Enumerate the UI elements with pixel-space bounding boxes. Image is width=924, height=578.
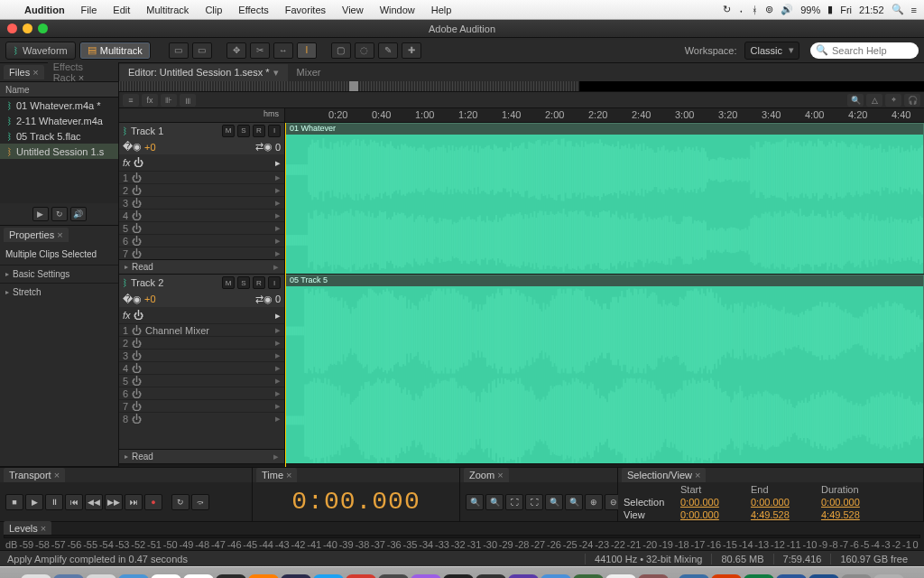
editor-tab[interactable]: Editor: Untitled Session 1.sesx *▾ — [119, 64, 288, 81]
view-start-value[interactable]: 0:00.000 — [680, 509, 744, 520]
zoom-in-v-button[interactable]: 🔍 — [545, 494, 563, 510]
zoom-in-h-button[interactable]: 🔍 — [466, 494, 484, 510]
fx-slot[interactable]: 3⏻▸ — [119, 349, 284, 361]
waveform-mode-button[interactable]: ⧘Waveform — [5, 42, 76, 60]
selection-end-value[interactable]: 0:00.000 — [751, 497, 814, 508]
fx-slot[interactable]: 4⏻▸ — [119, 361, 284, 374]
autoplay-button[interactable]: 🔊 — [70, 207, 87, 221]
spotlight-icon[interactable]: 🔍 — [892, 4, 904, 15]
dock-app-icon[interactable]: 🔗 — [573, 574, 604, 578]
time-display[interactable]: 0:00.000 — [258, 488, 454, 516]
wifi-icon[interactable]: ⊚ — [765, 4, 773, 15]
track-volume[interactable]: +0 — [144, 142, 156, 153]
dock-app-icon[interactable]: 😀 — [21, 574, 51, 578]
inputs-icon[interactable]: ≡ — [123, 94, 139, 107]
menu-effects[interactable]: Effects — [230, 5, 276, 15]
zoom-out-v-button[interactable]: 🔍 — [565, 494, 583, 510]
selection-duration-value[interactable]: 0:00.000 — [821, 497, 884, 508]
dock-app-icon[interactable]: 🎬 — [476, 574, 506, 578]
marquee-tool-icon[interactable]: ▢ — [331, 42, 351, 59]
record-button[interactable]: ● — [144, 494, 162, 510]
dock-app-icon[interactable]: 🗂 — [183, 574, 214, 578]
pause-button[interactable]: ⏸ — [45, 494, 63, 510]
fx-slot[interactable]: 5⏻▸ — [119, 221, 284, 234]
dock-app-icon[interactable]: ⌘ — [216, 574, 246, 578]
levels-meter[interactable] — [4, 535, 920, 538]
workspace-dropdown[interactable]: Classic — [744, 42, 799, 60]
track-lane[interactable]: 05 Track 5 — [285, 275, 924, 463]
play-button[interactable]: ▶ — [25, 494, 43, 510]
automation-mode[interactable]: Read▸ — [119, 449, 284, 463]
menu-file[interactable]: File — [73, 5, 106, 15]
dock-app-icon[interactable]: ★ — [443, 574, 474, 578]
stop-button[interactable]: ■ — [5, 494, 23, 510]
view-end-value[interactable]: 4:49.528 — [751, 509, 814, 520]
mute-button[interactable]: M — [222, 276, 235, 289]
goto-end-button[interactable]: ⏭ — [125, 494, 143, 510]
zoom-sel-button[interactable]: ⛶ — [525, 494, 543, 510]
fx-slot[interactable]: 6⏻▸ — [119, 234, 284, 247]
fx-slot[interactable]: 7⏻▸ — [119, 399, 284, 412]
fx-slot[interactable]: 2⏻▸ — [119, 183, 284, 196]
mixer-tab[interactable]: Mixer — [288, 64, 330, 80]
fx-slot[interactable]: 3⏻▸ — [119, 196, 284, 209]
skip-selection-button[interactable]: ⤼ — [191, 494, 209, 510]
dock-app-icon[interactable]: ✉️ — [86, 574, 116, 578]
search-tracks-icon[interactable]: 🔍 — [847, 94, 864, 107]
tool-pitch-icon[interactable]: ▭ — [192, 42, 212, 59]
sync-icon[interactable]: ↻ — [723, 4, 731, 15]
view-duration-value[interactable]: 4:49.528 — [821, 509, 884, 520]
fx-slot[interactable]: 6⏻▸ — [119, 387, 284, 399]
monitor-button[interactable]: I — [268, 276, 281, 289]
minimize-window-button[interactable] — [23, 23, 32, 33]
fx-icon[interactable]: fx — [142, 94, 158, 107]
zoom-in-point-button[interactable]: ⊕ — [585, 494, 603, 510]
time-selection-tool-icon[interactable]: I — [297, 42, 317, 59]
dock-app-icon[interactable]: P — [711, 574, 742, 578]
automation-mode[interactable]: Read▸ — [119, 259, 284, 274]
app-menu[interactable]: Audition — [16, 5, 73, 15]
slip-tool-icon[interactable]: ↔ — [273, 42, 293, 59]
rewind-button[interactable]: ◀◀ — [85, 494, 103, 510]
dock-app-icon[interactable]: 🧭 — [53, 574, 84, 578]
menu-window[interactable]: Window — [372, 5, 423, 15]
transport-panel-tab[interactable]: Transport× — [4, 468, 65, 482]
dock-app-icon[interactable]: 🎞 — [508, 574, 539, 578]
track-lane[interactable]: 01 Whatever — [285, 123, 924, 274]
timeline-ruler[interactable]: hms 0:200:401:001:201:402:002:202:403:00… — [119, 108, 924, 123]
solo-button[interactable]: S — [237, 125, 250, 137]
zoom-window-button[interactable] — [38, 23, 48, 33]
notifications-icon[interactable]: ≡ — [911, 5, 917, 15]
dock-app-icon[interactable]: Au — [281, 574, 311, 578]
dock-app-icon[interactable]: 📧 — [118, 574, 149, 578]
clock-time[interactable]: 21:52 — [859, 5, 884, 15]
monitor-icon[interactable]: 🎧 — [904, 94, 920, 107]
zoom-panel-tab[interactable]: Zoom× — [464, 468, 509, 482]
zoom-full-button[interactable]: ⛶ — [505, 494, 523, 510]
volume-icon[interactable]: 🔊 — [781, 4, 793, 15]
dock-app-icon[interactable]: 🅰 — [346, 574, 376, 578]
menu-view[interactable]: View — [334, 5, 372, 15]
files-name-column[interactable]: Name — [0, 81, 118, 98]
file-row[interactable]: ⧘2-11 Whatever.m4a — [0, 113, 118, 128]
track-name[interactable]: Track 1 — [131, 126, 219, 136]
dock-app-icon[interactable]: 🗑 — [873, 574, 904, 578]
clock-day[interactable]: Fri — [840, 5, 852, 15]
dock-app-icon[interactable]: 🎛 — [378, 574, 409, 578]
dropbox-icon[interactable]: ⬪ — [738, 5, 744, 15]
brush-tool-icon[interactable]: ✎ — [378, 42, 398, 59]
menu-help[interactable]: Help — [423, 5, 460, 15]
solo-button[interactable]: S — [237, 276, 250, 289]
fx-slot[interactable]: 5⏻▸ — [119, 374, 284, 387]
dock-app-icon[interactable]: C — [808, 574, 839, 578]
fx-slot[interactable]: 1⏻▸ — [119, 171, 284, 183]
time-panel-tab[interactable]: Time× — [256, 468, 297, 482]
file-row[interactable]: ⧘01 Whatever.m4a * — [0, 98, 118, 113]
levels-panel-tab[interactable]: Levels× — [4, 521, 51, 536]
dock-app-icon[interactable]: X — [744, 574, 774, 578]
track-name[interactable]: Track 2 — [131, 277, 219, 288]
arm-record-button[interactable]: R — [253, 276, 265, 289]
play-file-button[interactable]: ▶ — [32, 207, 49, 221]
selection-view-panel-tab[interactable]: Selection/View× — [622, 468, 706, 482]
monitor-button[interactable]: I — [268, 125, 281, 137]
